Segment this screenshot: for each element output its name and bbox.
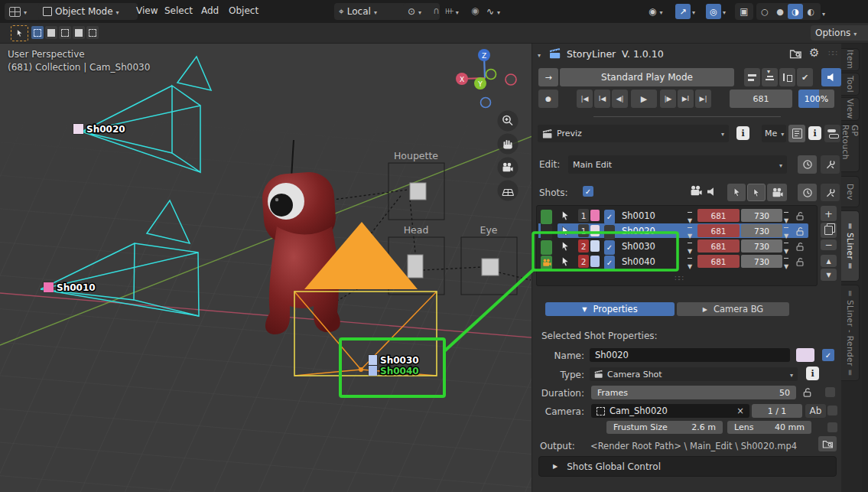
play-mode-button[interactable]: Standard Play Mode: [560, 68, 734, 86]
shot-name[interactable]: Sh0040: [622, 254, 655, 269]
camera-object-field[interactable]: Cam_Sh0020 ×: [591, 404, 749, 418]
menu-object[interactable]: Object: [229, 5, 258, 16]
options-dropdown[interactable]: Options: [811, 25, 868, 41]
shot-end-frame[interactable]: 730: [741, 224, 782, 237]
gear-icon[interactable]: ⚙: [809, 46, 819, 60]
snap-magnet-icon[interactable]: ∩: [433, 6, 440, 15]
tab-properties[interactable]: ▼Properties: [545, 302, 675, 316]
shot-enabled-checkbox[interactable]: [604, 225, 615, 239]
proportional-edit-icon[interactable]: ◉: [471, 6, 479, 15]
frustum-size-field[interactable]: Frustum Size 2.6 m: [606, 421, 723, 434]
shot-name[interactable]: Sh0010: [622, 208, 655, 223]
xray-toggle[interactable]: ▣: [735, 3, 753, 20]
info-button[interactable]: [808, 126, 821, 140]
tab-tool[interactable]: Tool: [841, 73, 860, 96]
shot-enabled-checkbox[interactable]: [604, 256, 615, 270]
shot-name[interactable]: Sh0030: [622, 239, 655, 253]
remove-shot-button[interactable]: −: [821, 239, 837, 250]
lock-icon[interactable]: [795, 256, 805, 267]
axis-y-ball[interactable]: Y: [477, 80, 483, 88]
shading-dropdown[interactable]: [822, 8, 825, 18]
jump-end-button[interactable]: ▶|: [695, 90, 711, 108]
move-shot-up-button[interactable]: ▲: [821, 255, 837, 267]
axis-neg-z[interactable]: [481, 98, 491, 108]
object-visibility-dropdown[interactable]: ◉: [646, 3, 677, 20]
shot-enabled-checkbox[interactable]: [604, 210, 615, 224]
viewport-label-sh0040[interactable]: Sh0040: [369, 366, 419, 376]
shot-start-frame[interactable]: 681: [697, 255, 740, 268]
transform-orientation-dropdown[interactable]: ⌖Local: [334, 3, 409, 20]
pan-hand-button[interactable]: [498, 134, 519, 155]
move-shot-down-button[interactable]: ▼: [821, 269, 837, 281]
shot-end-frame[interactable]: 730: [741, 209, 782, 222]
duplicate-shot-button[interactable]: [821, 223, 837, 238]
shot-type-dropdown[interactable]: Camera Shot: [590, 367, 798, 381]
tab-view[interactable]: View: [841, 97, 860, 121]
display-takes-button[interactable]: [762, 68, 778, 86]
edit-dropdown[interactable]: Main Edit: [568, 155, 787, 174]
shot-current-camera-button[interactable]: [541, 256, 552, 270]
sound-toggle-button[interactable]: [821, 68, 841, 86]
jump-start-button[interactable]: |◀: [577, 90, 593, 108]
cursor-icon[interactable]: [560, 210, 571, 221]
edit-timing-button[interactable]: [798, 155, 817, 174]
camera-checkbox[interactable]: [827, 406, 837, 415]
viewport-label-sh0010[interactable]: Sh0010: [44, 282, 96, 293]
play-mode-arrow-button[interactable]: →: [538, 68, 558, 86]
tweak-tool-button[interactable]: [11, 25, 28, 41]
smooth-play-button[interactable]: ✔: [797, 68, 813, 86]
shot-color-swatch[interactable]: [590, 240, 600, 252]
proportional-falloff-dropdown[interactable]: ∿: [485, 3, 512, 20]
shot-state-button[interactable]: [541, 210, 552, 224]
axis-z-ball[interactable]: Z: [482, 52, 486, 60]
mode-dropdown[interactable]: Object Mode: [38, 3, 138, 20]
ortho-grid-button[interactable]: [498, 181, 519, 201]
axis-gizmo[interactable]: Z X Y: [456, 49, 516, 108]
camera-switch-icon[interactable]: [690, 185, 702, 197]
shot-color-swatch[interactable]: [590, 225, 600, 236]
tab-gp-retouch[interactable]: GP Retouch: [841, 124, 860, 172]
toggle-camera-view-button[interactable]: [767, 184, 787, 201]
axis-x-ball[interactable]: X: [460, 76, 464, 83]
frustum-checkbox[interactable]: [827, 422, 837, 432]
tab-item[interactable]: Item: [841, 48, 860, 71]
prev-keyframe-button[interactable]: I◀: [594, 90, 610, 108]
viewport-label-sh0030[interactable]: Sh0030: [369, 355, 419, 366]
me-dropdown[interactable]: Me: [762, 125, 786, 142]
shot-row-sh0030[interactable]: 2 Sh0030 ▼ 681 730 ▼: [538, 239, 814, 253]
select-box-new-button[interactable]: [31, 26, 44, 39]
shot-start-frame[interactable]: 681: [697, 239, 740, 253]
shot-state-button[interactable]: [541, 240, 552, 255]
snapping-dropdown[interactable]: ⊦⊦⊦: [444, 3, 473, 20]
select-box-extend-button[interactable]: [45, 26, 57, 39]
shots-global-control-header[interactable]: ▶ Shots Global Control: [538, 456, 837, 477]
add-shot-button[interactable]: +: [821, 206, 837, 221]
shot-end-frame[interactable]: 730: [741, 239, 782, 253]
shading-solid-icon[interactable]: ●: [772, 4, 788, 19]
select-box-intersect-button[interactable]: [86, 26, 99, 39]
cursor-icon[interactable]: [560, 226, 571, 236]
record-button[interactable]: ●: [538, 90, 558, 108]
playback-speed-slider[interactable]: 100%: [798, 90, 834, 108]
shot-name[interactable]: Sh0020: [622, 223, 655, 238]
open-render-folder-button[interactable]: [818, 436, 837, 451]
next-keyframe-button[interactable]: ▶I: [678, 90, 694, 108]
notes-button[interactable]: [788, 125, 805, 142]
cursor-icon[interactable]: [560, 256, 571, 267]
shot-color-picker[interactable]: [796, 348, 814, 362]
editor-type-button[interactable]: [5, 3, 43, 20]
shots-timing-button[interactable]: [798, 184, 817, 201]
current-frame-field[interactable]: 681: [730, 90, 792, 108]
viewport-label-sh0020[interactable]: Sh0020: [73, 124, 125, 135]
duration-field[interactable]: Frames 50: [591, 386, 796, 399]
shot-color-swatch[interactable]: [590, 210, 600, 221]
set-end-icon[interactable]: ▼: [784, 258, 788, 274]
list-resize-grip[interactable]: ∷∷: [675, 274, 683, 282]
font-size-button[interactable]: Ab: [805, 404, 826, 418]
shot-start-frame[interactable]: 681: [697, 209, 740, 222]
zoom-button[interactable]: [498, 111, 519, 132]
select-shot-camera-button[interactable]: [727, 184, 746, 201]
prev-frame-button[interactable]: ◀|: [612, 90, 628, 108]
select-in-list-button[interactable]: [747, 184, 766, 201]
shots-tools-button[interactable]: [821, 184, 840, 201]
